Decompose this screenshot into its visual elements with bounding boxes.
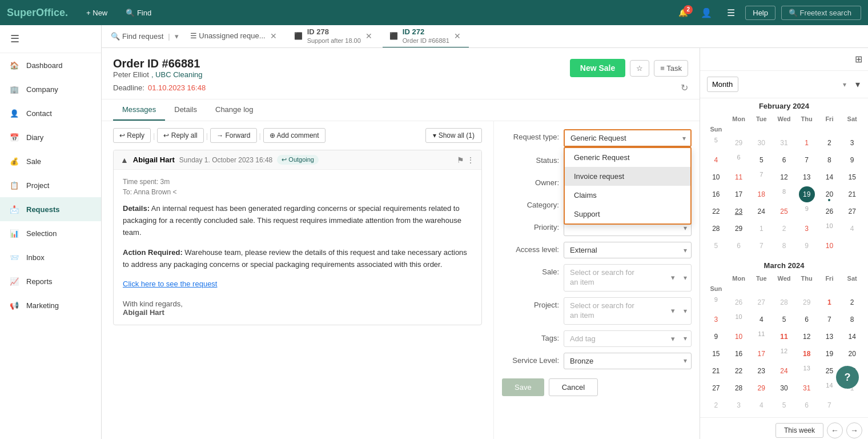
calendar-day[interactable]: 3 (799, 221, 815, 237)
tab-messages[interactable]: Messages (113, 99, 165, 121)
message-flag-button[interactable]: ⚑ (457, 155, 464, 165)
calendar-day[interactable]: 12 (776, 169, 792, 185)
calendar-day[interactable]: 5 (776, 312, 792, 328)
calendar-day[interactable]: 29 (731, 135, 747, 151)
sidebar-item-marketing[interactable]: 📢Marketing (0, 293, 101, 317)
sidebar-item-dashboard[interactable]: 🏠Dashboard (0, 53, 101, 77)
calendar-day[interactable]: 29 (799, 294, 815, 310)
tab-find-request[interactable]: 🔍 Find request | ▾ (106, 25, 183, 48)
tab-details[interactable]: Details (165, 99, 206, 121)
calendar-day[interactable]: 16 (731, 346, 747, 362)
tab-unassigned-close[interactable]: ✕ (269, 32, 278, 40)
tab-id278[interactable]: ⬛ ID 278Support after 18.00 ✕ (287, 25, 380, 48)
calendar-day[interactable]: 4 (753, 312, 769, 328)
calendar-day[interactable]: 6 (799, 312, 815, 328)
calendar-day[interactable]: 5 (776, 397, 792, 413)
calendar-day[interactable]: 18 (753, 186, 769, 202)
calendar-day[interactable]: 9 (708, 329, 724, 345)
service-level-select[interactable]: Bronze (564, 353, 692, 369)
calendar-day[interactable]: 26 (821, 203, 837, 220)
show-all-button[interactable]: ▾ Show all (1) (425, 128, 482, 143)
new-button[interactable]: + New (82, 6, 112, 19)
freetext-search-button[interactable]: 🔍 Freetext search (781, 6, 861, 20)
calendar-day[interactable]: 4 (753, 397, 769, 413)
calendar-day[interactable]: 7 (799, 152, 815, 168)
calendar-day[interactable]: 2 (844, 294, 860, 310)
calendar-day[interactable]: 22 (708, 203, 724, 220)
calendar-day[interactable]: 4 (844, 221, 860, 237)
sidebar-item-requests[interactable]: 📩Requests (0, 197, 101, 221)
calendar-day[interactable]: 18 (799, 346, 815, 362)
notification-button[interactable]: 🔔 2 (676, 6, 690, 19)
project-input[interactable]: Select or search for an item ▾ (564, 297, 692, 325)
access-level-select[interactable]: External (564, 242, 692, 258)
calendar-day[interactable]: 7 (821, 312, 837, 328)
calendar-day[interactable]: 17 (753, 346, 769, 362)
sidebar-item-reports[interactable]: 📈Reports (0, 269, 101, 293)
calendar-day[interactable]: 12 (799, 329, 815, 345)
add-comment-button[interactable]: ⊕ Add comment (263, 128, 326, 143)
menu-button[interactable]: ☰ (722, 5, 740, 21)
calendar-day[interactable]: 28 (708, 221, 724, 237)
calendar-day[interactable]: 5 (708, 238, 724, 254)
sidebar-item-diary[interactable]: 📅Diary (0, 125, 101, 149)
reply-button[interactable]: ↩ Reply (113, 128, 151, 143)
calendar-day[interactable]: 6 (776, 152, 792, 168)
calendar-day[interactable]: 7 (753, 238, 769, 254)
message-menu-button[interactable]: ⋮ (467, 155, 475, 165)
calendar-day[interactable]: 6 (731, 238, 747, 254)
calendar-day[interactable]: 3 (844, 135, 860, 151)
tab-id278-close[interactable]: ✕ (364, 32, 373, 40)
right-sidebar-collapse-button[interactable]: ⊞ (854, 53, 863, 66)
request-company-link[interactable]: UBC Cleaning (155, 70, 202, 79)
sidebar-item-selection[interactable]: 📊Selection (0, 221, 101, 245)
calendar-collapse-button[interactable]: ▾ (854, 78, 861, 91)
calendar-day[interactable]: 8 (821, 152, 837, 168)
calendar-day[interactable]: 15 (844, 169, 860, 185)
calendar-day[interactable]: 6 (799, 397, 815, 413)
calendar-day[interactable]: 28 (776, 294, 792, 310)
reply-all-button[interactable]: ↩ Reply all (157, 128, 203, 143)
help-button[interactable]: Help (745, 6, 775, 20)
profile-button[interactable]: 👤 (696, 5, 717, 21)
calendar-day[interactable]: 21 (844, 186, 860, 202)
cancel-button[interactable]: Cancel (549, 378, 598, 396)
calendar-day[interactable]: 27 (753, 294, 769, 310)
sale-input[interactable]: Select or search for an item ▾ (564, 264, 692, 292)
calendar-day[interactable]: 1 (821, 294, 837, 310)
calendar-day[interactable]: 30 (753, 135, 769, 151)
calendar-day[interactable]: 3 (731, 397, 747, 413)
calendar-day[interactable]: 14 (821, 169, 837, 185)
calendar-day[interactable]: 24 (753, 203, 769, 220)
calendar-day[interactable]: 28 (731, 380, 747, 396)
calendar-day[interactable]: 27 (844, 203, 860, 220)
calendar-day[interactable]: 7 (821, 397, 837, 413)
calendar-day[interactable]: 31 (776, 135, 792, 151)
calendar-day[interactable]: 2 (708, 397, 724, 413)
option-generic-request[interactable]: Generic Request (565, 148, 690, 167)
calendar-day[interactable]: 29 (731, 221, 747, 237)
tab-id272-close[interactable]: ✕ (453, 32, 462, 40)
calendar-day[interactable]: 14 (844, 329, 860, 345)
calendar-day[interactable]: 9 (799, 238, 815, 254)
calendar-day[interactable]: 22 (731, 363, 747, 379)
calendar-day[interactable]: 27 (708, 380, 724, 396)
message-expand-button[interactable]: ▲ (120, 155, 128, 165)
option-claims[interactable]: Claims (565, 186, 690, 205)
calendar-day[interactable]: 10 (731, 329, 747, 345)
calendar-day[interactable]: 26 (731, 294, 747, 310)
calendar-day[interactable]: 20 (844, 346, 860, 362)
tags-input[interactable]: Add tag ▾ (564, 330, 692, 347)
calendar-day[interactable]: 17 (731, 186, 747, 202)
calendar-day[interactable]: 13 (799, 169, 815, 185)
calendar-day[interactable]: 15 (708, 346, 724, 362)
calendar-day[interactable]: 2 (821, 135, 837, 151)
calendar-day[interactable]: 25 (821, 363, 837, 379)
calendar-day[interactable]: 8 (844, 312, 860, 328)
calendar-day[interactable]: 16 (708, 186, 724, 202)
calendar-day[interactable]: 3 (708, 312, 724, 328)
task-button[interactable]: ≡ Task (654, 60, 688, 77)
forward-button[interactable]: → Forward (210, 128, 256, 143)
calendar-day[interactable]: 24 (776, 363, 792, 379)
calendar-day[interactable]: 25 (776, 203, 792, 220)
